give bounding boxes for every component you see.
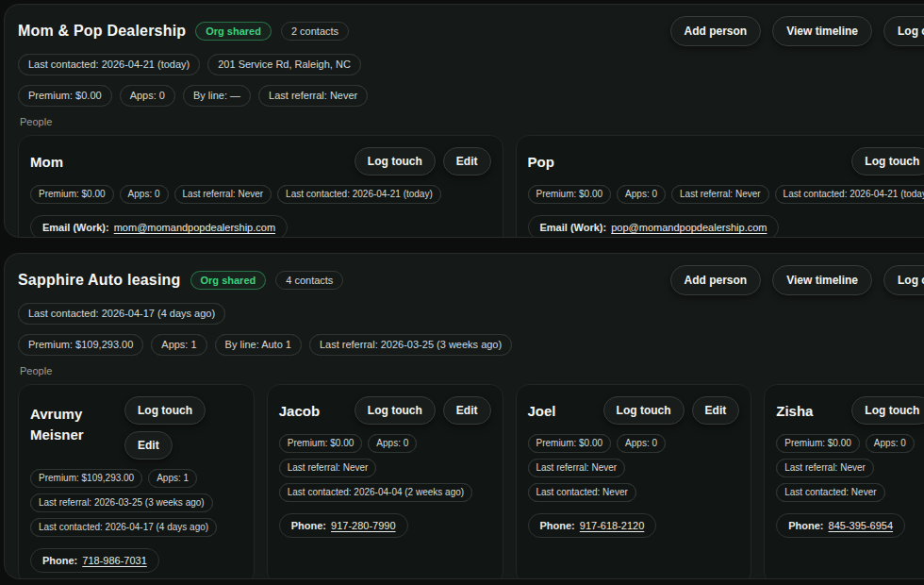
info-chip: Premium: $0.00 [18, 85, 112, 107]
info-chip: Premium: $0.00 [528, 434, 612, 453]
phone-link[interactable]: 917-618-2120 [580, 520, 645, 531]
person-actions: Log touch Edit [851, 147, 924, 176]
edit-button[interactable]: Edit [124, 431, 173, 460]
person-name: Mom [30, 152, 63, 173]
info-chip: Last referral: Never [528, 459, 626, 477]
phone-label: Phone: [788, 520, 823, 531]
log-touch-button[interactable]: Log touch [124, 396, 206, 425]
people-label: People [20, 116, 924, 127]
log-touch-button[interactable]: Log touch [355, 147, 436, 176]
log-touch-button[interactable]: Log touch [355, 396, 436, 425]
info-chip: Last referral: Never [671, 185, 769, 204]
info-chip: Apps: 0 [120, 185, 169, 204]
info-chip: Premium: $0.00 [776, 434, 860, 453]
info-chip: 201 Service Rd, Raleigh, NC [207, 54, 361, 75]
phone-chip: Phone: 917-618-2120 [528, 513, 657, 538]
view-timeline-button[interactable]: View timeline [772, 265, 872, 295]
info-chip: Last contacted: 2026-04-21 (today) [277, 185, 441, 204]
info-chip: Premium: $0.00 [30, 185, 114, 204]
person-card: Joel Log touch Edit Premium: $0.00 Apps:… [516, 384, 752, 579]
info-chip: Last contacted: 2026-04-21 (today) [18, 54, 200, 75]
info-chip: Last contacted: 2026-04-17 (4 days ago) [18, 303, 225, 325]
info-chip: Apps: 1 [148, 469, 197, 488]
org-shared-badge: Org shared [190, 271, 267, 290]
org-chips-row-2: Premium: $0.00 Apps: 0 By line: — Last r… [18, 85, 924, 107]
person-name: Jacob [279, 401, 320, 422]
person-chips: Premium: $109,293.00 Apps: 1 Last referr… [30, 469, 242, 537]
person-actions: Log touch Edit [851, 396, 924, 425]
person-card: Mom Log touch Edit Premium: $0.00 Apps: … [18, 135, 503, 238]
info-chip: Apps: 0 [120, 85, 175, 107]
person-chips: Premium: $0.00 Apps: 0 Last referral: Ne… [528, 185, 924, 204]
info-chip: Last referral: Never [174, 185, 272, 204]
person-name: Zisha [776, 401, 813, 422]
person-actions: Log touch Edit [603, 396, 740, 425]
log-contact-button[interactable]: Log contact [883, 16, 924, 46]
org-card: Mom & Pop Dealership Org shared 2 contac… [4, 4, 924, 238]
email-link[interactable]: mom@momandpopdealership.com [114, 222, 275, 233]
add-person-button[interactable]: Add person [670, 265, 762, 295]
info-chip: Last referral: Never [776, 459, 874, 477]
person-chips: Premium: $0.00 Apps: 0 Last referral: Ne… [776, 434, 924, 502]
phone-chip: Phone: 718-986-7031 [30, 548, 159, 573]
info-chip: Last contacted: Never [776, 483, 884, 502]
person-card: Avrumy Meisner Log touch Edit Premium: $… [18, 384, 255, 579]
phone-link[interactable]: 718-986-7031 [82, 555, 147, 566]
info-chip: Last contacted: 2026-04-17 (4 days ago) [30, 518, 217, 537]
log-touch-button[interactable]: Log touch [851, 147, 924, 176]
person-chips: Premium: $0.00 Apps: 0 Last referral: Ne… [30, 185, 491, 204]
people-grid: Mom Log touch Edit Premium: $0.00 Apps: … [18, 135, 924, 238]
person-card: Jacob Log touch Edit Premium: $0.00 Apps… [267, 384, 503, 579]
info-chip: Premium: $0.00 [279, 434, 363, 453]
info-chip: Last contacted: 2026-04-04 (2 weeks ago) [279, 483, 472, 502]
log-touch-button[interactable]: Log touch [851, 396, 924, 425]
person-header: Mom Log touch Edit [30, 147, 491, 176]
view-timeline-button[interactable]: View timeline [772, 16, 872, 46]
person-actions: Log touch Edit [355, 396, 491, 425]
info-chip: Last contacted: Never [528, 483, 636, 502]
person-header: Jacob Log touch Edit [279, 396, 491, 425]
phone-label: Phone: [42, 555, 77, 566]
person-actions: Log touch Edit [355, 147, 491, 176]
info-chip: Apps: 0 [617, 434, 666, 453]
person-chips: Premium: $0.00 Apps: 0 Last referral: Ne… [279, 434, 491, 502]
phone-chip: Phone: 845-395-6954 [776, 513, 905, 538]
people-grid: Avrumy Meisner Log touch Edit Premium: $… [18, 384, 924, 579]
phone-link[interactable]: 917-280-7990 [331, 520, 396, 531]
info-chip: Premium: $109,293.00 [30, 469, 142, 488]
phone-label: Phone: [291, 520, 326, 531]
people-label: People [20, 365, 924, 376]
info-chip: By line: Auto 1 [215, 334, 302, 356]
phone-link[interactable]: 845-395-6954 [829, 520, 894, 531]
phone-row: Phone: 917-280-7990 [279, 513, 491, 538]
edit-button[interactable]: Edit [443, 396, 491, 425]
phone-row: Phone: 718-986-7031 [30, 548, 242, 573]
phone-row: Phone: 845-395-6954 [776, 513, 924, 538]
email-label: Email (Work): [540, 222, 607, 233]
log-touch-button[interactable]: Log touch [603, 396, 685, 425]
edit-button[interactable]: Edit [443, 147, 491, 176]
email-link[interactable]: pop@momandpopdealership.com [611, 222, 767, 233]
edit-button[interactable]: Edit [692, 396, 740, 425]
add-person-button[interactable]: Add person [670, 16, 762, 46]
person-actions: Log touch Edit [124, 396, 242, 460]
info-chip: Apps: 0 [368, 434, 417, 453]
info-chip: Apps: 0 [617, 185, 666, 204]
info-chip: Last referral: 2026-03-25 (3 weeks ago) [309, 334, 512, 356]
email-chip: Email (Work): pop@momandpopdealership.co… [528, 215, 780, 238]
contacts-count-pill: 4 contacts [275, 271, 343, 290]
info-chip: Last referral: Never [258, 85, 368, 107]
contacts-count-pill: 2 contacts [281, 22, 349, 41]
phone-label: Phone: [540, 520, 575, 531]
org-chips-row-2: Premium: $109,293.00 Apps: 1 By line: Au… [18, 334, 924, 356]
email-label: Email (Work): [42, 222, 109, 233]
person-card: Pop Log touch Edit Premium: $0.00 Apps: … [516, 135, 924, 238]
log-contact-button[interactable]: Log contact [883, 265, 924, 295]
org-card: Sapphire Auto leasing Org shared 4 conta… [4, 253, 924, 579]
info-chip: Premium: $0.00 [528, 185, 612, 204]
org-chips-row-1: Last contacted: 2026-04-21 (today) 201 S… [18, 54, 924, 75]
person-header: Joel Log touch Edit [528, 396, 740, 425]
org-actions: Add person View timeline Log contact [670, 16, 924, 46]
person-header: Avrumy Meisner Log touch Edit [30, 396, 242, 460]
info-chip: Last contacted: 2026-04-21 (today) [775, 185, 924, 204]
